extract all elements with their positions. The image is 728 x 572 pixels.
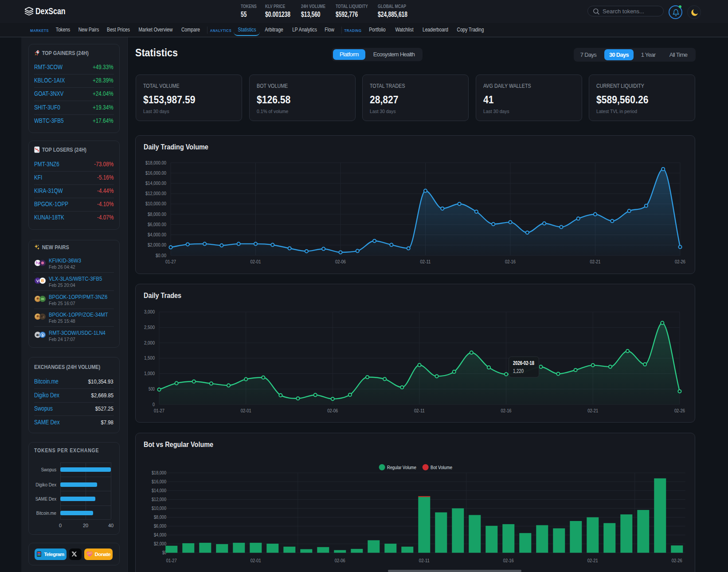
svg-text:1,000: 1,000	[144, 371, 155, 376]
svg-text:02-16: 02-16	[503, 558, 514, 563]
svg-text:$18,000.00: $18,000.00	[145, 160, 166, 165]
svg-text:02-26: 02-26	[672, 558, 682, 563]
svg-text:02-01: 02-01	[250, 259, 261, 264]
svg-text:02-16: 02-16	[501, 408, 512, 413]
svg-text:02-11: 02-11	[419, 558, 430, 563]
svg-text:02-11: 02-11	[414, 408, 425, 413]
svg-text:2,000: 2,000	[144, 340, 155, 345]
svg-text:2,500: 2,500	[144, 325, 155, 330]
svg-text:02-21: 02-21	[587, 408, 598, 413]
svg-text:1,220: 1,220	[513, 368, 524, 374]
svg-text:$16,000.00: $16,000.00	[145, 170, 166, 176]
svg-text:$12,000: $12,000	[152, 497, 166, 502]
svg-text:$6,000: $6,000	[154, 523, 166, 529]
svg-text:$16,000: $16,000	[152, 479, 166, 484]
svg-text:02-16: 02-16	[505, 259, 516, 264]
svg-text:$0.00: $0.00	[156, 253, 166, 258]
svg-text:$2,000.00: $2,000.00	[148, 242, 166, 247]
svg-text:$4,000: $4,000	[154, 532, 166, 537]
svg-text:02-21: 02-21	[590, 259, 601, 264]
svg-text:$2,000: $2,000	[154, 541, 166, 546]
svg-text:01-27: 01-27	[154, 408, 164, 413]
svg-text:0: 0	[153, 402, 155, 407]
svg-text:$8,000.00: $8,000.00	[148, 212, 166, 217]
svg-text:01-27: 01-27	[165, 259, 176, 264]
svg-text:$18,000: $18,000	[152, 470, 166, 475]
svg-text:1,500: 1,500	[144, 355, 155, 360]
svg-text:B: B	[41, 278, 44, 283]
svg-text:$10,000: $10,000	[152, 505, 166, 511]
svg-text:$12,000.00: $12,000.00	[145, 191, 166, 196]
svg-text:02-26: 02-26	[675, 259, 685, 264]
svg-text:02-06: 02-06	[335, 259, 346, 264]
svg-text:$14,000: $14,000	[152, 488, 166, 493]
svg-text:02-11: 02-11	[420, 259, 431, 264]
svg-text:3,000: 3,000	[144, 309, 155, 314]
svg-text:02-01: 02-01	[241, 408, 251, 413]
svg-text:$6,000.00: $6,000.00	[148, 222, 166, 227]
svg-text:02-06: 02-06	[327, 408, 338, 413]
svg-text:500: 500	[149, 386, 155, 392]
svg-text:$10,000.00: $10,000.00	[145, 201, 166, 206]
svg-text:$8,000: $8,000	[154, 514, 166, 520]
svg-text:$4,000.00: $4,000.00	[148, 232, 166, 237]
svg-text:Regular Volume: Regular Volume	[387, 465, 416, 470]
svg-text:02-06: 02-06	[335, 558, 345, 563]
svg-text:01-27: 01-27	[166, 558, 177, 563]
svg-text:$14,000.00: $14,000.00	[145, 180, 166, 186]
svg-text:02-21: 02-21	[587, 558, 598, 563]
svg-text:02-26: 02-26	[674, 408, 685, 413]
svg-text:Bot Volume: Bot Volume	[431, 465, 452, 470]
svg-text:02-01: 02-01	[250, 558, 261, 563]
svg-text:2026-02-18: 2026-02-18	[513, 360, 534, 366]
